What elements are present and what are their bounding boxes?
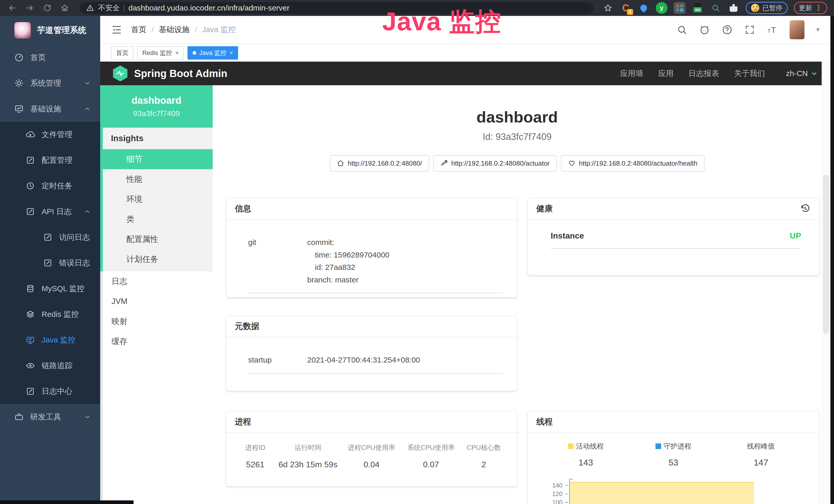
github-icon[interactable] [699,24,710,35]
sidebar-item-Java 监控[interactable]: Java 监控 [0,327,100,353]
breadcrumb-separator: / [195,25,197,34]
instance-link-wrench[interactable]: http://192.168.0.2:48080/actuator [433,155,557,171]
browser-back-icon[interactable] [7,2,18,14]
sba-sidebar-item-缓存[interactable]: 缓存 [103,331,213,351]
puzzle-extensions-menu-icon[interactable] [728,2,740,14]
browser-forward-icon[interactable] [24,2,36,14]
sidebar-item-Redis 监控[interactable]: Redis 监控 [0,301,100,327]
legend-swatch-icon [568,443,574,449]
sidebar-item-日志中心[interactable]: 日志中心 [0,379,100,404]
process-card-title: 进程 [226,411,517,433]
sba-nav-日志报表[interactable]: 日志报表 [688,68,719,79]
scrollbar-track[interactable] [822,62,830,504]
db-icon [26,284,35,293]
browser-home-icon[interactable] [59,2,70,14]
sidebar-item-label: 链路追踪 [42,361,72,371]
browser-reload-icon[interactable] [42,2,53,14]
green-magnifier-extension-icon[interactable] [710,2,722,14]
sba-nav-应用墙[interactable]: 应用墙 [620,68,643,79]
breadcrumb-item[interactable]: 首页 [131,24,147,35]
sba-sidebar-item-计划任务[interactable]: 计划任务 [103,249,213,269]
bookmark-star-icon[interactable] [602,2,614,14]
page-title: dashboard [213,108,822,126]
close-icon[interactable]: × [175,49,179,56]
sidebar-item-错误日志[interactable]: 错误日志 [0,250,100,276]
orange-c-extension-icon[interactable]: C1 [620,2,632,14]
paused-badge[interactable]: 已暂停 [746,2,788,14]
browser-update-button[interactable]: 更新 ⋮ [794,2,827,14]
admin-menu: 首页系统管理基础设施文件管理配置管理定时任务API 日志访问日志错误日志MySQ… [0,45,100,430]
instance-link-url: http://192.168.0.2:48080/actuator [451,159,550,167]
sba-sidebar-item-配置属性[interactable]: 配置属性 [103,229,213,249]
sidebar-item-API 日志[interactable]: API 日志 [0,199,100,224]
sidebar-item-研发工具[interactable]: 研发工具 [0,404,100,430]
tab-label: Java 监控 [199,49,226,57]
pen-icon [26,387,35,396]
hamburger-icon[interactable] [111,24,122,36]
admin-sidebar: 芋道管理系统 首页系统管理基础设施文件管理配置管理定时任务API 日志访问日志错… [0,16,100,504]
sidebar-item-label: 配置管理 [42,155,72,166]
tab-Redis 监控[interactable]: Redis 监控× [137,46,184,60]
pen-icon [43,233,52,242]
fullscreen-icon[interactable] [744,24,755,35]
instance-link-url: http://192.168.0.2:48080/ [348,159,422,167]
y-tick-label: 140 [538,482,563,489]
sidebar-item-链路追踪[interactable]: 链路追踪 [0,353,100,379]
sba-nav-应用[interactable]: 应用 [658,68,674,79]
sidebar-item-系统管理[interactable]: 系统管理 [0,70,100,96]
sba-sidebar-item-映射[interactable]: 映射 [103,312,213,331]
thread-stat-守护进程: 守护进程53 [630,442,717,467]
user-avatar[interactable] [790,20,805,39]
grid-extension-icon[interactable] [674,2,685,14]
thread-stat-线程峰值: 线程峰值147 [717,442,805,467]
close-icon[interactable]: × [229,49,233,56]
threads-chart: 140120100 [528,478,819,504]
scrollbar-thumb[interactable] [823,175,829,334]
help-icon[interactable] [722,24,732,35]
instance-header[interactable]: dashboard 93a3fc7f7409 [100,85,213,128]
search-icon[interactable] [677,24,687,35]
blue-pin-extension-icon[interactable] [638,2,650,14]
thread-stat-label: 守护进程 [664,442,692,451]
app-logo-row[interactable]: 芋道管理系统 [0,16,100,45]
sidebar-item-访问日志[interactable]: 访问日志 [0,224,100,250]
font-size-icon[interactable]: TT [767,24,778,35]
sidebar-other-items: 日志JVM映射缓存 [103,271,213,351]
sba-sidebar-item-日志[interactable]: 日志 [103,271,213,292]
health-history-icon[interactable] [800,204,810,214]
monitor-icon [14,104,24,113]
sba-sidebar-item-类[interactable]: 类 [103,209,213,229]
app-title: 芋道管理系统 [37,25,86,36]
sidebar-item-首页[interactable]: 首页 [0,45,100,70]
wrench-icon [440,160,448,167]
security-warning-icon[interactable] [86,4,94,12]
instance-link-heart[interactable]: http://192.168.0.2:48080/actuator/health [561,155,705,171]
sidebar-item-MySQL 监控[interactable]: MySQL 监控 [0,276,100,301]
avatar-caret-icon[interactable]: ▾ [816,26,820,33]
on-switch-extension-icon[interactable]: on [692,2,704,14]
sba-sidebar-item-性能[interactable]: 性能 [103,169,213,189]
thread-stat-value: 53 [630,458,717,467]
metadata-card: 元数据 startup 2021-04-27T00:44:31.254+08:0… [226,316,517,391]
tab-Java 监控[interactable]: Java 监控× [188,46,238,60]
sidebar-item-基础设施[interactable]: 基础设施 [0,96,100,122]
chevron-up-icon [84,208,91,215]
browser-menu-icon[interactable]: ⋮ [815,4,822,12]
locale-selector[interactable]: zh-CN [786,69,817,78]
svg-text:T: T [767,27,771,33]
sba-sidebar-item-JVM[interactable]: JVM [103,292,213,312]
sidebar-item-文件管理[interactable]: 文件管理 [0,122,100,147]
sidebar-item-定时任务[interactable]: 定时任务 [0,173,100,199]
sidebar-item-label: 访问日志 [59,232,90,243]
breadcrumb-item[interactable]: 基础设施 [159,24,190,35]
sba-nav-关于我们[interactable]: 关于我们 [734,68,765,79]
breadcrumb: 首页/基础设施/Java 监控 [131,24,236,35]
instance-link-home[interactable]: http://192.168.0.2:48080/ [330,155,429,171]
breadcrumb-separator: / [152,25,154,34]
sba-sidebar-item-环境[interactable]: 环境 [103,189,213,209]
green-y-extension-icon[interactable]: y [656,2,667,14]
tab-首页[interactable]: 首页 [111,46,134,60]
process-col-header: 进程ID [236,443,274,452]
sba-sidebar-item-细节[interactable]: 细节 [100,149,213,169]
sidebar-item-配置管理[interactable]: 配置管理 [0,147,100,173]
